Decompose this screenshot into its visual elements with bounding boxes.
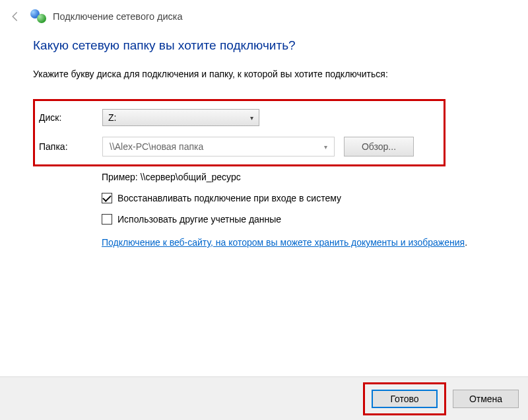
folder-combobox[interactable]: \\Alex-PC\новая папка ▾ — [102, 137, 335, 157]
footer-bar: Готово Отмена — [0, 376, 528, 420]
window-title: Подключение сетевого диска — [53, 11, 183, 22]
arrow-left-icon — [9, 11, 21, 22]
browse-button[interactable]: Обзор... — [344, 137, 414, 157]
disk-row: Диск: Z: ▾ — [39, 109, 438, 126]
example-text: Пример: \\сервер\общий_ресурс — [102, 172, 469, 182]
options-area: Пример: \\сервер\общий_ресурс Восстанавл… — [33, 172, 469, 250]
titlebar: Подключение сетевого диска — [0, 0, 528, 38]
link-period: . — [465, 237, 467, 248]
content-area: Какую сетевую папку вы хотите подключить… — [0, 38, 528, 250]
chevron-down-icon: ▾ — [250, 114, 253, 122]
instruction-text: Укажите букву диска для подключения и па… — [33, 69, 495, 79]
network-drive-icon — [30, 9, 46, 24]
credentials-label: Использовать другие учетные данные — [117, 214, 281, 225]
finish-highlight: Готово — [363, 382, 446, 415]
reconnect-checkbox[interactable] — [102, 193, 112, 203]
drive-folder-group: Диск: Z: ▾ Папка: \\Alex-PC\новая папка … — [33, 99, 446, 166]
website-link[interactable]: Подключение к веб-сайту, на котором вы м… — [102, 237, 465, 248]
disk-value: Z: — [108, 112, 116, 123]
folder-value: \\Alex-PC\новая папка — [110, 141, 203, 152]
folder-label: Папка: — [39, 141, 102, 152]
credentials-checkbox[interactable] — [102, 214, 112, 225]
cancel-button[interactable]: Отмена — [453, 390, 519, 408]
disk-select[interactable]: Z: ▾ — [102, 109, 259, 126]
finish-button[interactable]: Готово — [372, 390, 438, 408]
page-heading: Какую сетевую папку вы хотите подключить… — [33, 38, 495, 53]
reconnect-label: Восстанавливать подключение при входе в … — [117, 193, 341, 203]
folder-row: Папка: \\Alex-PC\новая папка ▾ Обзор... — [39, 137, 438, 157]
reconnect-checkbox-row[interactable]: Восстанавливать подключение при входе в … — [102, 193, 469, 203]
disk-label: Диск: — [39, 112, 102, 123]
website-link-row: Подключение к веб-сайту, на котором вы м… — [102, 235, 469, 250]
credentials-checkbox-row[interactable]: Использовать другие учетные данные — [102, 214, 469, 225]
back-button[interactable] — [7, 8, 24, 25]
chevron-down-icon: ▾ — [324, 143, 327, 151]
